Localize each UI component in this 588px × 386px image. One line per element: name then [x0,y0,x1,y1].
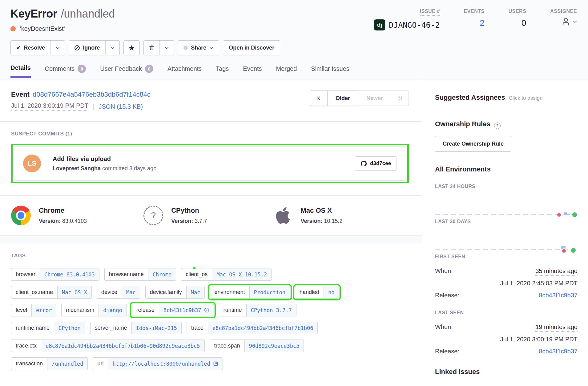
stat-assignee: ASSIGNEE [550,8,577,30]
tag-browser: browserChrome 83.0.4103 [11,268,99,281]
django-project-icon: dj [374,19,385,30]
tab-tags[interactable]: Tags [216,64,229,78]
chevron-down-icon [56,46,60,49]
first-seen-release-label: Release: [435,292,459,299]
tab-events[interactable]: Events [243,64,262,78]
trash-icon [149,45,155,51]
tag-trace-span: trace.span90d892c9eace3bc5 [210,340,304,352]
newest-event-button[interactable] [391,90,409,106]
commit-sha-button[interactable]: d3d7cee [355,156,397,171]
oldest-event-button[interactable] [310,90,328,106]
section-spacer [0,235,422,243]
unknown-runtime-icon: ? [143,206,163,225]
commit-author-name: Lovepreet Sangha [53,165,101,171]
issue-short-id[interactable]: DJANGO-46-2 [389,21,440,30]
issue-tabs: Details Comments0 User Feedback0 Attachm… [10,64,578,78]
first-seen-relative[interactable]: 35 minutes ago [535,267,578,276]
bookmark-star-button[interactable]: ★ [124,41,139,55]
chevron-down-icon [573,20,577,23]
page-title: KeyError/unhandled [10,7,115,20]
event-json-link[interactable]: JSON (15.3 KB) [99,103,143,110]
events-sparkline-24h [435,189,578,219]
ownership-rules-heading: Ownership Rules [435,120,490,128]
last-30-days-label: LAST 30 DAYS [435,219,578,224]
issue-header: KeyError/unhandled 'keyDoesntExist' ISSU… [0,0,588,79]
assignee-person-icon [561,17,570,26]
star-icon: ★ [129,45,135,51]
github-icon [361,161,367,167]
linked-issues-heading: Linked Issues [435,368,578,376]
event-bar [564,212,567,215]
create-ownership-rule-button[interactable]: Create Ownership Rule [435,136,511,152]
chevron-down-icon [209,46,213,49]
error-marker-dot [557,212,562,217]
issue-stats: ISSUE # dj DJANGO-46-2 EVENTS 2 USERS 0 … [374,7,577,30]
issue-actions: ✔ Resolve Ignore ★ [10,40,578,55]
divider [0,121,422,122]
tag-trace-ctx: trace.ctxe8c87ba1dc494bb2a4346bcfbf7b1b0… [11,340,205,352]
tab-similar-issues[interactable]: Similar Issues [311,64,349,78]
help-icon[interactable]: ? [494,123,501,129]
tab-attachments[interactable]: Attachments [167,64,202,78]
tab-user-feedback[interactable]: User Feedback0 [100,64,153,78]
annotation-box-suspect-commit: LS Add files via upload Lovepreet Sangha… [11,144,409,183]
first-seen-release-link[interactable]: 8cb43f1c9b37 [539,292,578,299]
tag-client-os: client_osMac OS X 10.15.2 [181,268,272,281]
tag-browser-name: browser.nameChrome [104,268,176,281]
events-label: EVENTS [464,9,485,14]
stat-users: USERS 0 [509,8,526,30]
event-id-link[interactable]: d08d7667e4a5476eb3b3db6d7f14c84c [33,90,151,98]
last-24-hours-label: LAST 24 HOURS [435,184,578,189]
issue-sidebar: Suggested Assignees Click to assign Owne… [422,79,588,386]
release-marker-dot [572,212,577,217]
event-pagination: Older Newer [310,90,409,106]
event-contexts: Chrome Version: 83.0.4103 ? CPython Vers… [0,195,422,235]
tag-mechanism: mechanismdjango [61,304,127,316]
assignee-selector[interactable] [550,17,577,26]
ignore-button[interactable]: Ignore [69,41,105,55]
last-seen-release-link[interactable]: 8cb43f1c9b37 [539,348,578,355]
issue-culprit-path: /unhandled [61,7,115,20]
ignore-dropdown-button[interactable] [105,41,119,55]
users-count[interactable]: 0 [509,18,526,28]
external-link-icon[interactable] [213,361,218,366]
issue-number-label[interactable]: ISSUE # [420,9,440,16]
share-button[interactable]: Share [178,41,219,55]
tab-comments[interactable]: Comments0 [45,64,86,78]
tab-details[interactable]: Details [10,64,31,78]
resolve-button[interactable]: ✔ Resolve [11,41,50,55]
tag-url: url http://localhost:8000/unhandled [93,357,223,370]
event-details-panel: Eventd08d7667e4a5476eb3b3db6d7f14c84c Ju… [0,79,422,386]
tag-environment: environmentProduction [210,286,290,299]
context-os: Mac OS X Version: 10.15.2 [276,206,408,225]
tag-device: deviceMac [97,286,140,299]
chevron-down-icon [111,46,115,49]
newer-event-button[interactable]: Newer [358,90,391,106]
last-seen-label: LAST SEEN [435,310,578,316]
first-seen-label: FIRST SEEN [435,254,578,259]
events-sparkline-30d [435,224,578,254]
event-timestamp[interactable]: Jul 1, 2020 3:00:19 PM PDT [11,102,88,111]
tag-handled: handledno [295,286,339,299]
resolve-dropdown-button[interactable] [50,41,65,55]
suggested-assignees-heading: Suggested Assignees [435,94,505,102]
skip-to-last-icon [397,96,403,101]
info-icon[interactable] [204,308,209,313]
last-seen-relative[interactable]: 19 minutes ago [535,324,578,332]
mute-icon [75,45,80,50]
older-event-button[interactable]: Older [327,90,358,106]
open-in-discover-button[interactable]: Open in Discover [223,41,280,55]
delete-dropdown-button[interactable] [159,41,174,55]
chevron-down-icon [165,46,169,49]
events-count[interactable]: 2 [464,18,485,28]
share-status-dot [183,46,188,50]
user-feedback-count-badge: 0 [145,65,153,73]
apple-icon [276,206,292,225]
last-seen-absolute: Jul 1, 2020 3:00:19 PM PDT [435,336,578,343]
error-level-dot [10,26,16,31]
tab-merged[interactable]: Merged [276,64,297,78]
delete-button[interactable] [144,41,159,55]
tag-trace: tracee8c87ba1dc494bb2a4346bcfbf7b1b06 [187,322,318,334]
chrome-icon [11,206,31,225]
issue-message: 'keyDoesntExist' [20,25,65,32]
